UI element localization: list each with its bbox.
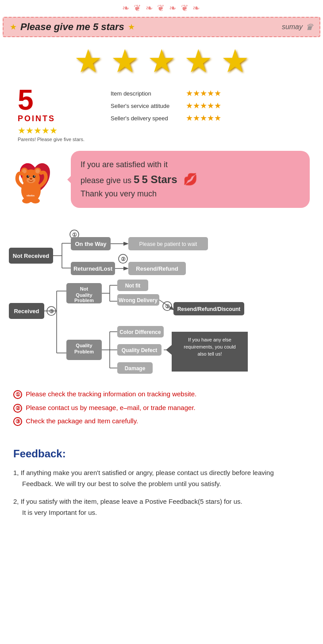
feedback-title: Feedback: (13, 448, 310, 460)
svg-text:Not: Not (80, 286, 88, 291)
svg-text:Resend/Refund/Discount: Resend/Refund/Discount (177, 306, 241, 312)
criteria-label-1: Item description (111, 90, 181, 97)
star-3: ★ (147, 45, 176, 77)
star-1: ★ (74, 45, 103, 77)
lips-icon: 💋 (183, 171, 197, 188)
circle-2-icon: ② (13, 404, 22, 413)
star-2: ★ (111, 45, 139, 77)
svg-text:Wrong Delivery: Wrong Delivery (119, 297, 158, 303)
svg-text:obobs: obobs (27, 194, 35, 197)
top-decoration: ❧ ❦ ❧ ❦ ❧ ❦ ❧ (0, 3, 323, 13)
star-5: ★ (221, 45, 250, 77)
svg-text:Quality: Quality (76, 343, 92, 348)
svg-text:also tell us!: also tell us! (197, 351, 222, 356)
svg-text:③: ③ (49, 308, 54, 314)
svg-text:Resend/Refund: Resend/Refund (136, 265, 178, 272)
svg-text:①: ① (72, 232, 77, 238)
svg-text:Problem: Problem (74, 298, 94, 303)
points-stars: ★★★★★ (18, 125, 58, 136)
criteria-label-2: Seller's service attitude (111, 103, 181, 109)
star-4: ★ (184, 45, 213, 77)
satisfaction-text: If you are satisfied with it please give… (81, 159, 300, 200)
svg-point-7 (27, 175, 29, 178)
points-note: Parents! Please give five stars. (18, 137, 85, 142)
svg-point-11 (30, 178, 32, 180)
svg-text:Please be patient to wait: Please be patient to wait (139, 241, 197, 247)
flowchart-section: Not Received ① On the Way Please be pati… (0, 212, 323, 385)
svg-text:Color Difference: Color Difference (119, 329, 161, 335)
header-star-right-icon: ★ (128, 22, 135, 32)
crown-icon: ♛ (305, 22, 313, 32)
svg-text:Quality: Quality (76, 292, 92, 298)
svg-text:Problem: Problem (74, 349, 94, 354)
svg-point-5 (35, 169, 40, 173)
svg-point-9 (28, 176, 29, 176)
points-criteria: Item description ★★★★★ Seller's service … (111, 88, 221, 123)
feedback-item-2: 2, If you satisfy with the item, please … (13, 496, 310, 518)
feedback-section: Feedback: 1, If anything make you aren't… (0, 434, 323, 533)
circle-1-icon: ① (13, 390, 22, 399)
svg-marker-81 (166, 345, 172, 354)
info-note-2: ② Please contact us by meesage, e–mail, … (13, 403, 310, 413)
info-note-3: ③ Check the package and Item carefully. (13, 416, 310, 426)
criteria-stars-2: ★★★★★ (186, 101, 221, 111)
brand-name: sumay (282, 23, 303, 31)
stars-row: ★ ★ ★ ★ ★ (0, 37, 323, 81)
svg-text:Quality Defect: Quality Defect (122, 347, 158, 353)
circle-3-icon: ③ (13, 417, 22, 426)
criteria-label-3: Seller's delivery speed (111, 115, 181, 122)
header-star-left-icon: ★ (10, 22, 17, 32)
info-notes: ① Please check the tracking information … (0, 385, 323, 434)
svg-text:Received: Received (14, 308, 39, 314)
info-note-1: ① Please check the tracking information … (13, 389, 310, 399)
svg-text:On the Way: On the Way (75, 241, 107, 247)
speech-bubble: If you are satisfied with it please give… (71, 151, 310, 208)
svg-text:Damage: Damage (125, 365, 146, 372)
svg-point-12 (22, 198, 31, 203)
svg-text:Not Received: Not Received (13, 253, 49, 259)
criteria-stars-3: ★★★★★ (186, 113, 221, 123)
svg-text:If you have any else: If you have any else (188, 337, 231, 342)
svg-text:requirements, you could: requirements, you could (184, 344, 235, 349)
criteria-stars-1: ★★★★★ (186, 88, 221, 98)
svg-point-13 (31, 198, 40, 203)
svg-text:②: ② (121, 256, 126, 262)
feedback-item-1: 1, If anything make you aren't satisfied… (13, 467, 310, 490)
points-number: 5 (18, 86, 34, 114)
satisfaction-section: obobs If you are satisfied with it pleas… (0, 146, 323, 212)
points-row: 5 POINTS ★★★★★ Parents! Please give five… (0, 81, 323, 146)
svg-point-8 (33, 175, 35, 178)
header-title: Please give me 5 stars (20, 21, 124, 33)
svg-text:Not fit: Not fit (125, 283, 141, 289)
header-banner: ★ Please give me 5 stars ★ sumay ♛ (3, 17, 320, 37)
points-label: POINTS (18, 114, 55, 123)
mascot-area: obobs (9, 155, 66, 204)
svg-point-10 (34, 176, 35, 176)
svg-text:Returned/Lost: Returned/Lost (73, 265, 113, 272)
